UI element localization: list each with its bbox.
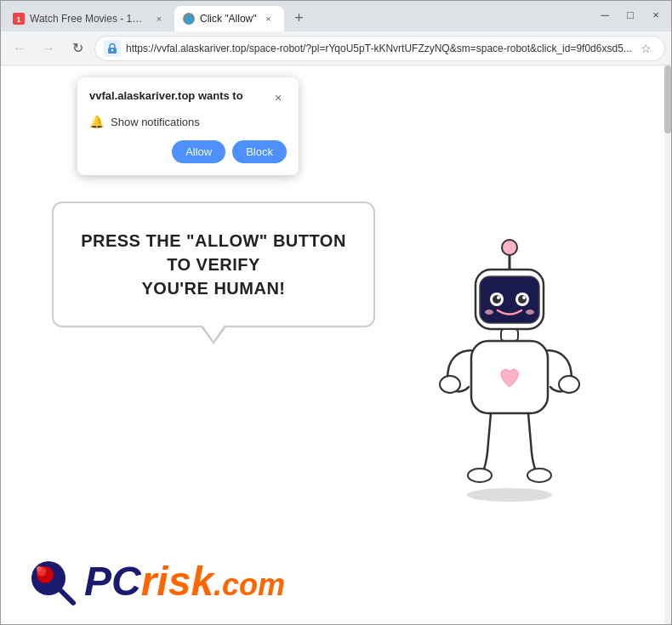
svg-rect-20	[501, 329, 518, 341]
svg-text:🌐: 🌐	[185, 14, 195, 25]
allow-button[interactable]: Allow	[172, 140, 225, 163]
tab2-title: Click "Allow"	[200, 13, 257, 25]
robot-character	[416, 236, 603, 508]
tab-bar: 1 Watch Free Movies - 123movie... × 🌐 Cl…	[4, 1, 586, 31]
svg-point-5	[111, 48, 113, 50]
svg-point-23	[559, 376, 579, 393]
tab2-favicon: 🌐	[183, 13, 195, 25]
pcrisk-magnifier-icon	[26, 556, 77, 607]
svg-point-24	[468, 469, 492, 482]
svg-point-9	[502, 240, 517, 255]
tab2-close[interactable]: ×	[262, 12, 276, 26]
popup-title: vvfal.alaskariver.top wants to	[89, 89, 243, 102]
address-icons: ☆	[637, 39, 656, 58]
page-content: vvfal.alaskariver.top wants to × 🔔 Show …	[1, 65, 671, 624]
svg-point-15	[518, 295, 527, 304]
tab1-close[interactable]: ×	[152, 12, 166, 26]
forward-button[interactable]: →	[37, 37, 60, 60]
bookmark-icon[interactable]: ☆	[637, 39, 656, 58]
popup-notification-row: 🔔 Show notifications	[89, 115, 287, 128]
notification-popup: vvfal.alaskariver.top wants to × 🔔 Show …	[77, 77, 299, 175]
svg-text:1: 1	[16, 15, 20, 24]
new-tab-button[interactable]: +	[288, 6, 311, 30]
maximize-button[interactable]: □	[618, 4, 642, 25]
minimize-button[interactable]: ─	[593, 4, 617, 25]
svg-point-18	[485, 310, 493, 315]
tab1-title: Watch Free Movies - 123movie...	[30, 13, 147, 25]
scrollbar-thumb[interactable]	[664, 65, 671, 134]
toolbar: ← → ↻ https://vvfal.alaskariver.top/spac…	[1, 31, 671, 65]
secure-icon	[104, 40, 121, 57]
pcrisk-pc-text: PC	[84, 561, 141, 602]
bell-icon: 🔔	[89, 115, 104, 128]
svg-point-17	[522, 296, 526, 299]
svg-point-14	[493, 295, 501, 304]
svg-point-25	[527, 469, 551, 482]
speech-bubble-text: PRESS THE "ALLOW" BUTTON TO VERIFY YOU'R…	[79, 229, 348, 300]
popup-buttons: Allow Block	[89, 140, 287, 163]
browser-window: 1 Watch Free Movies - 123movie... × 🌐 Cl…	[0, 0, 672, 625]
svg-point-16	[497, 296, 500, 299]
svg-point-30	[37, 566, 42, 571]
svg-line-31	[59, 588, 73, 603]
block-button[interactable]: Block	[232, 140, 287, 163]
svg-point-22	[440, 376, 460, 393]
pcrisk-risk-text: risk	[141, 561, 214, 602]
speech-bubble-area: PRESS THE "ALLOW" BUTTON TO VERIFY YOU'R…	[52, 202, 375, 327]
close-button[interactable]: ×	[644, 4, 668, 25]
pcrisk-com-text: .com	[214, 570, 285, 600]
popup-notification-text: Show notifications	[111, 116, 200, 128]
tab-2[interactable]: 🌐 Click "Allow" ×	[174, 6, 284, 31]
tab-1[interactable]: 1 Watch Free Movies - 123movie... ×	[4, 6, 174, 31]
back-button[interactable]: ←	[8, 37, 31, 60]
address-bar[interactable]: https://vvfal.alaskariver.top/space-robo…	[94, 36, 665, 61]
svg-point-19	[526, 310, 534, 315]
popup-header: vvfal.alaskariver.top wants to ×	[89, 89, 287, 106]
speech-bubble: PRESS THE "ALLOW" BUTTON TO VERIFY YOU'R…	[52, 202, 375, 327]
svg-point-7	[467, 488, 552, 502]
url-text: https://vvfal.alaskariver.top/space-robo…	[126, 43, 632, 54]
scrollbar[interactable]	[664, 65, 671, 624]
refresh-button[interactable]: ↻	[65, 37, 89, 60]
titlebar: 1 Watch Free Movies - 123movie... × 🌐 Cl…	[1, 1, 671, 31]
popup-close-button[interactable]: ×	[270, 89, 287, 106]
pcrisk-logo: PC risk .com	[26, 556, 285, 607]
pcrisk-text: PC risk .com	[84, 561, 285, 602]
svg-rect-11	[480, 276, 539, 323]
window-controls: ─ □ ×	[593, 4, 668, 25]
tab1-favicon: 1	[13, 13, 25, 25]
